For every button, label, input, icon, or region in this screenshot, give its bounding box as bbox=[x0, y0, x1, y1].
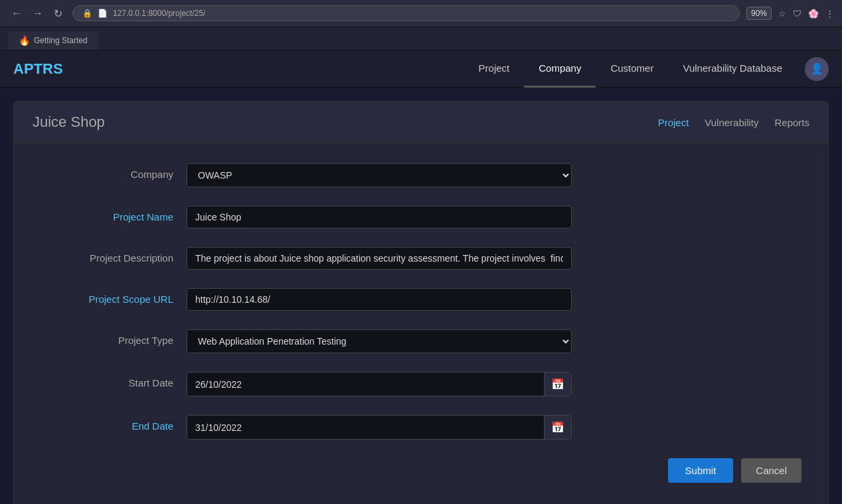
back-button[interactable]: ← bbox=[8, 6, 25, 21]
cancel-button[interactable]: Cancel bbox=[741, 458, 801, 483]
start-date-row: Start Date 📅 bbox=[41, 372, 801, 396]
nav-link-vulnerability-database[interactable]: Vulnerability Database bbox=[668, 50, 797, 88]
start-date-input[interactable] bbox=[187, 374, 544, 395]
company-control: OWASP bbox=[187, 163, 572, 187]
shield-icon: 🛡 bbox=[793, 9, 801, 19]
tab-favicon: 🔥 bbox=[19, 35, 30, 46]
refresh-button[interactable]: ↻ bbox=[50, 6, 66, 21]
address-bar[interactable]: 🔒 📄 127.0.0.1:8000/project/25/ bbox=[72, 5, 740, 21]
project-name-input[interactable] bbox=[187, 206, 572, 228]
forward-button[interactable]: → bbox=[29, 6, 46, 21]
project-scope-url-label: Project Scope URL bbox=[41, 288, 173, 305]
bookmark-icon[interactable]: ☆ bbox=[778, 9, 786, 19]
browser-chrome: ← → ↻ 🔒 📄 127.0.0.1:8000/project/25/ 90%… bbox=[0, 0, 842, 27]
project-name-row: Project Name bbox=[41, 206, 801, 228]
nav-link-company[interactable]: Company bbox=[524, 50, 596, 88]
project-card: Juice Shop Project Vulnerability Reports… bbox=[13, 101, 829, 504]
app-logo: APTRS bbox=[13, 60, 464, 78]
menu-icon[interactable]: ⋮ bbox=[825, 9, 834, 19]
form-buttons: Submit Cancel bbox=[41, 458, 801, 483]
project-type-control: Web Application Penetration Testing bbox=[187, 329, 572, 353]
end-date-wrapper: 📅 bbox=[187, 415, 572, 440]
firefox-icon: 🌸 bbox=[808, 9, 819, 19]
project-type-label: Project Type bbox=[41, 329, 173, 346]
project-scope-url-input[interactable] bbox=[187, 288, 572, 311]
project-description-control bbox=[187, 247, 572, 270]
end-date-label: End Date bbox=[41, 415, 173, 432]
security-icon: 🔒 bbox=[82, 9, 92, 18]
project-description-input[interactable] bbox=[187, 247, 572, 270]
user-avatar[interactable]: 👤 bbox=[805, 57, 829, 81]
main-content: Juice Shop Project Vulnerability Reports… bbox=[0, 88, 842, 504]
project-type-select[interactable]: Web Application Penetration Testing bbox=[187, 329, 572, 353]
url-text: 127.0.0.1:8000/project/25/ bbox=[113, 9, 205, 18]
company-row: Company OWASP bbox=[41, 163, 801, 187]
project-card-nav: Project Vulnerability Reports bbox=[658, 117, 809, 128]
project-name-control bbox=[187, 206, 572, 228]
tab-label: Getting Started bbox=[34, 36, 88, 45]
nav-link-customer[interactable]: Customer bbox=[596, 50, 668, 88]
start-date-calendar-icon[interactable]: 📅 bbox=[544, 373, 571, 396]
card-nav-vulnerability[interactable]: Vulnerability bbox=[705, 117, 758, 128]
browser-nav-buttons: ← → ↻ bbox=[8, 6, 66, 21]
form-area: Company OWASP Project Name Project Descr… bbox=[14, 143, 828, 504]
project-title: Juice Shop bbox=[33, 114, 658, 131]
submit-button[interactable]: Submit bbox=[668, 458, 734, 483]
card-nav-project[interactable]: Project bbox=[658, 117, 689, 128]
end-date-control: 📅 bbox=[187, 415, 572, 440]
start-date-wrapper: 📅 bbox=[187, 372, 572, 396]
end-date-calendar-icon[interactable]: 📅 bbox=[544, 416, 571, 439]
project-name-label: Project Name bbox=[41, 206, 173, 222]
start-date-label: Start Date bbox=[41, 372, 173, 388]
project-card-header: Juice Shop Project Vulnerability Reports bbox=[14, 102, 828, 143]
app-navbar: APTRS Project Company Customer Vulnerabi… bbox=[0, 50, 842, 88]
browser-tab[interactable]: 🔥 Getting Started bbox=[8, 31, 98, 50]
browser-right-icons: 90% ☆ 🛡 🌸 ⋮ bbox=[746, 7, 834, 20]
zoom-level: 90% bbox=[746, 7, 772, 20]
page-icon: 📄 bbox=[98, 9, 108, 18]
start-date-control: 📅 bbox=[187, 372, 572, 396]
end-date-input[interactable] bbox=[187, 417, 544, 438]
card-nav-reports[interactable]: Reports bbox=[774, 117, 809, 128]
project-scope-url-control bbox=[187, 288, 572, 311]
nav-link-project[interactable]: Project bbox=[464, 50, 525, 88]
company-select[interactable]: OWASP bbox=[187, 163, 572, 187]
project-type-row: Project Type Web Application Penetration… bbox=[41, 329, 801, 353]
project-description-row: Project Description bbox=[41, 247, 801, 270]
company-label: Company bbox=[41, 163, 173, 180]
project-description-label: Project Description bbox=[41, 247, 173, 264]
app-nav-links: Project Company Customer Vulnerability D… bbox=[464, 50, 797, 88]
project-scope-url-row: Project Scope URL bbox=[41, 288, 801, 311]
tab-bar: 🔥 Getting Started bbox=[0, 27, 842, 50]
end-date-row: End Date 📅 bbox=[41, 415, 801, 440]
